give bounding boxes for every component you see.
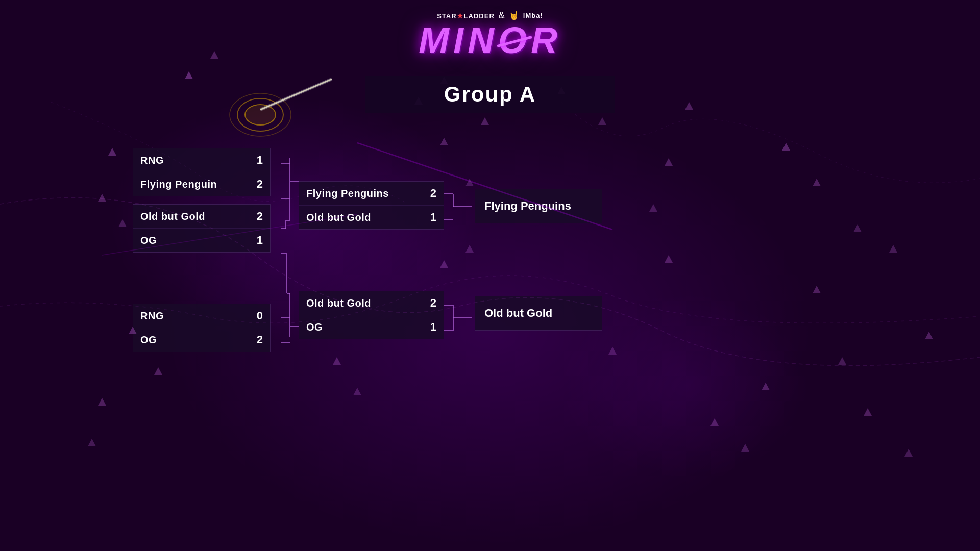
team-name-rng-2: RNG [140,310,164,322]
team-name-og-1: OG [140,235,157,246]
logo-star-icon: ★ [457,12,464,20]
match-row-fp: Flying Penguin 2 [133,172,270,196]
semi-row-obg-2: Old but Gold 1 [299,206,444,229]
team-name-obg-1: Old but Gold [140,211,205,222]
team-name-fp-1: Flying Penguin [140,179,217,190]
score-fp-1: 2 [257,178,263,191]
semi-fp-obg: Flying Penguins 2 Old but Gold 1 [299,181,444,230]
match-row-rng-2: RNG 0 [133,304,270,328]
team-name-obg-2: Old but Gold [306,212,371,223]
match-row-og-2: OG 2 [133,328,270,352]
score-rng-1: 1 [257,154,263,167]
score-obg-3: 2 [430,296,436,310]
logo-starladder-text: STAR★LADDER [437,12,495,20]
logo-o-letter: O [498,22,531,59]
match-rng-fp: RNG 1 Flying Penguin 2 [133,148,271,196]
match-obg-og: Old but Gold 2 OG 1 [133,204,271,253]
team-name-obg-3: Old but Gold [306,297,371,309]
semi-row-og-3: OG 1 [299,315,444,339]
logo-imba-text: iMba! [523,12,543,19]
final-winner-fp: Flying Penguins [484,199,571,212]
score-og-2: 2 [257,333,263,346]
semi-row-obg-3: Old but Gold 2 [299,291,444,315]
score-og-1: 1 [257,234,263,247]
logo-fist-icon: 🤘 [509,11,519,20]
score-obg-2: 1 [430,211,436,224]
logo-top: STAR★LADDER & 🤘 iMba! [419,10,561,21]
team-name-og-3: OG [306,321,323,333]
match-rng-og: RNG 0 OG 2 [133,304,271,352]
match-row-obg-1: Old but Gold 2 [133,205,270,229]
team-name-og-2: OG [140,334,157,346]
semi-row-fp: Flying Penguins 2 [299,182,444,206]
semi-obg-og: Old but Gold 2 OG 1 [299,291,444,339]
score-og-3: 1 [430,320,436,334]
header: STAR★LADDER & 🤘 iMba! MINOR [419,10,561,59]
final-fp: Flying Penguins [475,189,602,223]
score-obg-1: 2 [257,210,263,223]
group-title-box: Group A [365,76,615,113]
team-name-fp-2: Flying Penguins [306,188,389,199]
final-winner-obg: Old but Gold [484,307,552,319]
score-rng-2: 0 [257,309,263,322]
final-obg: Old but Gold [475,296,602,331]
match-row-og-1: OG 1 [133,229,270,252]
logo-minor-text: MINOR [419,22,561,59]
match-row-rng: RNG 1 [133,148,270,172]
team-name-rng-1: RNG [140,155,164,166]
logo-ampersand: & [499,10,505,21]
score-fp-2: 2 [430,187,436,200]
group-title: Group A [365,76,615,113]
